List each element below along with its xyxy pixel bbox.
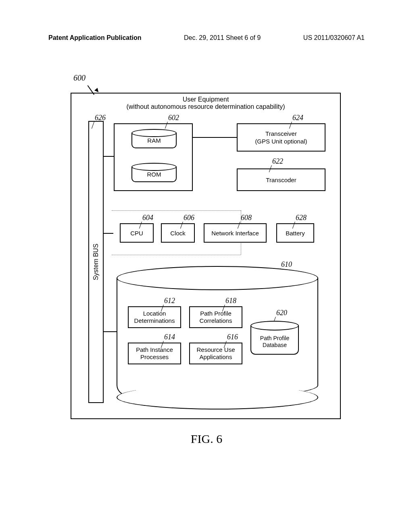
ref-618: 618 bbox=[225, 297, 236, 305]
ref-610: 610 bbox=[281, 260, 292, 269]
location-determinations-box: Location Determinations bbox=[128, 306, 181, 328]
resuse-l2: Applications bbox=[200, 353, 232, 361]
system-bus-label: System BUS bbox=[92, 244, 100, 281]
transceiver-box: Transceiver (GPS Unit optional) bbox=[237, 123, 325, 152]
pathinst-l2: Processes bbox=[140, 353, 169, 361]
dotted-bot bbox=[112, 255, 241, 255]
header-right: US 2011/0320607 A1 bbox=[303, 34, 365, 42]
ref-602: 602 bbox=[168, 114, 179, 122]
clock-label: Clock bbox=[170, 230, 186, 237]
ref-612: 612 bbox=[164, 297, 175, 305]
system-bus-box: System BUS bbox=[88, 121, 104, 403]
bus-connector-1 bbox=[104, 156, 114, 157]
ref-624: 624 bbox=[292, 114, 303, 122]
transcoder-box: Transcoder bbox=[237, 168, 325, 191]
mem-to-transceiver-line bbox=[193, 137, 237, 138]
user-equipment-box: User Equipment (without autonomous resou… bbox=[71, 93, 341, 419]
header-center: Dec. 29, 2011 Sheet 6 of 9 bbox=[184, 34, 261, 42]
path-profile-db-top bbox=[250, 321, 299, 330]
battery-label: Battery bbox=[286, 230, 305, 237]
ref-616: 616 bbox=[227, 333, 238, 341]
dotted-top bbox=[112, 210, 241, 211]
storage-cylinder-bottom bbox=[117, 385, 318, 409]
cpu-label: CPU bbox=[130, 230, 143, 237]
header-left: Patent Application Publication bbox=[48, 34, 142, 42]
loc-l2: Determinations bbox=[134, 317, 175, 324]
ref-626: 626 bbox=[95, 114, 106, 122]
rom-cylinder-top bbox=[131, 163, 177, 171]
resource-use-applications-box: Resource Use Applications bbox=[189, 343, 242, 364]
page-header: Patent Application Publication Dec. 29, … bbox=[0, 34, 413, 42]
path-profile-correlations-box: Path Profile Correlations bbox=[189, 306, 242, 328]
ref-614: 614 bbox=[164, 333, 175, 341]
ref-606: 606 bbox=[184, 214, 194, 222]
ppdb-l1: Path Profile bbox=[260, 335, 289, 342]
path-instance-processes-box: Path Instance Processes bbox=[128, 343, 181, 364]
figure-label: FIG. 6 bbox=[0, 432, 413, 446]
cpu-box: CPU bbox=[120, 223, 154, 243]
rom-label: ROM bbox=[147, 171, 161, 178]
storage-cylinder-top bbox=[117, 266, 318, 290]
ref-622: 622 bbox=[272, 157, 283, 166]
network-interface-box: Network Interface bbox=[204, 223, 267, 243]
transceiver-label-2: (GPS Unit optional) bbox=[255, 137, 307, 145]
main-title: User Equipment bbox=[71, 94, 340, 103]
bus-connector-3 bbox=[104, 331, 117, 332]
ref-620: 620 bbox=[276, 309, 287, 317]
pathprof-l2: Correlations bbox=[200, 317, 232, 324]
ppdb-l2: Database bbox=[263, 342, 287, 349]
ref-628: 628 bbox=[296, 214, 307, 222]
transcoder-label: Transcoder bbox=[266, 177, 296, 183]
clock-box: Clock bbox=[161, 223, 195, 243]
netif-label: Network Interface bbox=[211, 230, 259, 237]
ref-604: 604 bbox=[142, 214, 153, 222]
ref-608: 608 bbox=[241, 214, 252, 222]
ram-cylinder-top bbox=[131, 129, 177, 137]
main-subtitle: (without autonomous resource determinati… bbox=[71, 103, 340, 114]
transceiver-label-1: Transceiver bbox=[265, 130, 297, 138]
ref-600: 600 bbox=[73, 73, 86, 83]
bus-connector-2 bbox=[104, 233, 113, 234]
ram-label: RAM bbox=[147, 137, 161, 144]
memory-container: RAM ROM bbox=[114, 123, 193, 191]
